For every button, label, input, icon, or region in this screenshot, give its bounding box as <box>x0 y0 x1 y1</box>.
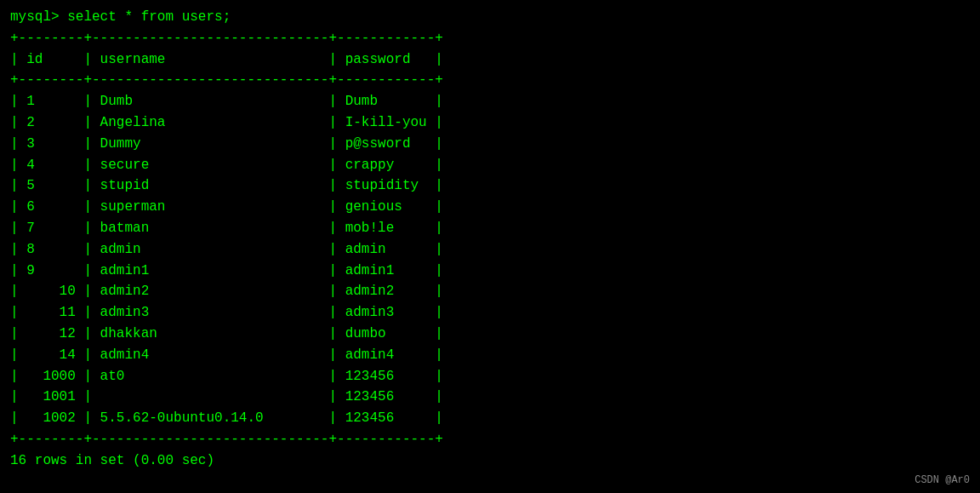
table-row: | 12 | dhakkan | dumbo | <box>10 324 970 345</box>
separator-header: +--------+-----------------------------+… <box>10 70 970 91</box>
header-row: | id | username | password | <box>10 49 970 71</box>
table-row: | 3 | Dummy | p@ssword | <box>10 134 970 155</box>
terminal: mysql> select * from users; +--------+--… <box>10 7 970 486</box>
table-body: | 1 | Dumb | Dumb || 2 | Angelina | I-ki… <box>10 91 970 429</box>
separator-bottom: +--------+-----------------------------+… <box>10 429 970 450</box>
table-row: | 6 | superman | genious | <box>10 197 970 218</box>
table-row: | 1 | Dumb | Dumb | <box>10 91 970 112</box>
table-row: | 1001 | | 123456 | <box>10 387 970 408</box>
table-row: | 1002 | 5.5.62-0ubuntu0.14.0 | 123456 | <box>10 408 970 429</box>
table-row: | 5 | stupid | stupidity | <box>10 175 970 197</box>
table-row: | 10 | admin2 | admin2 | <box>10 281 970 302</box>
table-row: | 9 | admin1 | admin1 | <box>10 261 970 282</box>
table-row: | 11 | admin3 | admin3 | <box>10 302 970 324</box>
table-row: | 2 | Angelina | I-kill-you | <box>10 112 970 134</box>
table-row: | 7 | batman | mob!le | <box>10 218 970 239</box>
footer-line: 16 rows in set (0.00 sec) <box>10 450 970 472</box>
table-row: | 4 | secure | crappy | <box>10 155 970 176</box>
table-row: | 14 | admin4 | admin4 | <box>10 345 970 366</box>
separator-top: +--------+-----------------------------+… <box>10 28 970 49</box>
table-row: | 1000 | at0 | 123456 | <box>10 366 970 387</box>
watermark: CSDN @Ar0 <box>914 474 970 486</box>
command-line: mysql> select * from users; <box>10 7 970 28</box>
table-row: | 8 | admin | admin | <box>10 239 970 261</box>
